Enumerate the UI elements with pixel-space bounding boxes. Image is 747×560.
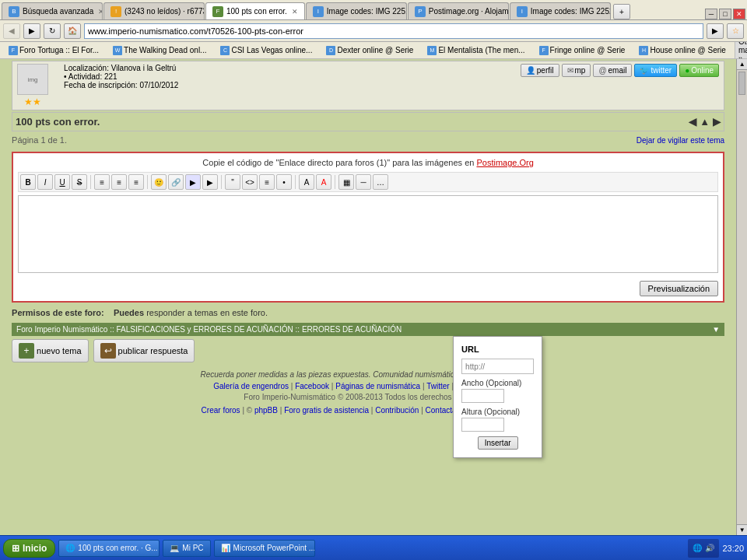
user-join: Fecha de inscripción: 07/10/2012 [64, 81, 505, 89]
bookmark-walkingdead[interactable]: W The Walking Dead onl... [107, 44, 212, 57]
footer-crear-link[interactable]: Crear foros [202, 406, 240, 415]
new-tab-btn[interactable]: + [613, 4, 630, 19]
reply-area: Copie el código de "Enlace directo para … [12, 152, 724, 303]
toolbar-table[interactable]: ▦ [338, 174, 354, 190]
toolbar-quote[interactable]: " [225, 174, 240, 190]
taskbar-window-powerpoint[interactable]: 📊 Microsoft PowerPoint ... [214, 540, 315, 557]
scrollbar: ▲ ▼ [736, 59, 747, 535]
taskbar-window-browser[interactable]: 🌐 100 pts con error. · G... [58, 540, 160, 557]
star-btn[interactable]: ☆ [727, 23, 744, 39]
tab-100pts[interactable]: F 100 pts con error. ✕ [205, 2, 305, 19]
scrollbar-up-btn[interactable]: ▲ [737, 59, 747, 70]
footer-facebook-link[interactable]: Facebook [295, 382, 329, 390]
publicar-respuesta-btn[interactable]: ↩ publicar respuesta [93, 339, 195, 362]
toolbar-link[interactable]: 🔗 [168, 174, 184, 190]
toolbar-italic[interactable]: I [37, 174, 53, 190]
toolbar-align-center[interactable]: ≡ [111, 174, 127, 190]
tab-icon-100pts: F [212, 6, 223, 17]
tab-close-100pts[interactable]: ✕ [292, 8, 298, 16]
bookmark-mentalista[interactable]: M El Mentalista (The men... [422, 44, 530, 57]
start-button[interactable]: ⊞ Inicio [3, 539, 55, 558]
footer-asistencia-link[interactable]: Foro gratis de asistencia [284, 406, 369, 415]
insert-btn[interactable]: Insertar [478, 436, 518, 450]
url-input[interactable] [461, 359, 534, 374]
toolbar-bold[interactable]: B [20, 174, 36, 190]
bookmark-fringe[interactable]: F Fringe online @ Serie [534, 44, 631, 57]
home-btn[interactable]: 🏠 [64, 23, 81, 39]
footer-paginas-link[interactable]: Páginas de numismática [335, 382, 420, 390]
url-height-input[interactable] [461, 418, 504, 432]
footer-twitter-link[interactable]: Twitter [426, 382, 449, 390]
toolbar-align-left[interactable]: ≡ [94, 174, 110, 190]
preview-btn[interactable]: Previsualización [640, 281, 718, 296]
address-bar[interactable] [84, 23, 703, 39]
breadcrumb-link-2[interactable]: FALSIFICACIONES y ERRORES DE ACUÑACIÓN [116, 325, 293, 334]
tab-img2252[interactable]: I Image codes: IMG 2252 ✕ [510, 2, 611, 19]
toolbar-img[interactable]: ▶ [185, 174, 201, 190]
footer-phpbb-link[interactable]: phpBB [254, 406, 278, 415]
nav-bar: ◀ ▶ ↻ 🏠 ▶ ☆ [0, 20, 747, 42]
toolbar-list[interactable]: ≡ [259, 174, 275, 190]
breadcrumb-collapse-btn[interactable]: ▼ [712, 325, 720, 334]
post-nav-next[interactable]: ▶ [713, 116, 721, 128]
toolbar-color[interactable]: A [316, 174, 331, 190]
post-nav-prev[interactable]: ◀ [689, 116, 696, 128]
toolbar-video[interactable]: ▶ [202, 174, 218, 190]
bookmark-csi[interactable]: C CSI Las Vegas online... [215, 44, 317, 57]
taskbar-window-mypc[interactable]: 💻 Mi PC [163, 540, 210, 557]
scrollbar-thumb[interactable] [738, 72, 745, 95]
postimage-link[interactable]: Postimage.Org [476, 158, 533, 167]
tab-postimage[interactable]: P Postimage.org · Alojamient... ✕ [408, 2, 509, 19]
user-action-btns: 👤 perfil ✉ mp @ email 🐦 twitter ● Onli [521, 64, 719, 77]
twitter-btn[interactable]: 🐦 twitter [634, 64, 677, 77]
post-nav-up[interactable]: ▲ [700, 116, 710, 128]
user-avatar-area: img ★★ [17, 64, 48, 107]
post-title-bar: 100 pts con error. ◀ ▲ ▶ [12, 112, 724, 131]
scrollbar-down-btn[interactable]: ▼ [737, 524, 747, 535]
toolbar-align-right[interactable]: ≡ [128, 174, 144, 190]
footer-galeria-link[interactable]: Galería de engendros [213, 382, 289, 390]
user-stars: ★★ [24, 96, 41, 107]
toolbar-more[interactable]: … [373, 174, 388, 190]
toolbar-underline[interactable]: U [54, 174, 70, 190]
nuevo-tema-icon: + [19, 343, 34, 359]
tab-busqueda[interactable]: B Búsqueda avanzada ✕ [2, 2, 103, 19]
toolbar-hr[interactable]: ─ [356, 174, 371, 190]
bookmark-tortuga[interactable]: F Foro Tortuga :: El For... [3, 44, 104, 57]
forward-btn[interactable]: ▶ [23, 23, 40, 39]
perfil-btn[interactable]: 👤 perfil [521, 64, 559, 77]
toolbar-smiley[interactable]: 🙂 [151, 174, 167, 190]
watch-link[interactable]: Dejar de vigilar este tema [637, 136, 724, 145]
mp-btn[interactable]: ✉ mp [562, 64, 591, 77]
toolbar-sep4 [295, 175, 296, 189]
toolbar-strike[interactable]: S [72, 174, 87, 190]
bookmarks-more[interactable]: Otros marcadores » [735, 42, 747, 59]
reload-btn[interactable]: ↻ [44, 23, 61, 39]
go-btn[interactable]: ▶ [707, 23, 724, 39]
action-buttons-row: + nuevo tema ↩ publicar respuesta [12, 336, 724, 366]
breadcrumb-link-1[interactable]: Foro Imperio Numismático [16, 325, 107, 334]
tab-r677378[interactable]: ! (3243 no leídos) · r677378... ✕ [103, 2, 205, 19]
editor-textarea[interactable] [18, 195, 718, 273]
maximize-btn[interactable]: □ [719, 9, 731, 19]
breadcrumb-link-3[interactable]: ERRORES DE ACUÑACIÓN [302, 325, 402, 334]
back-btn[interactable]: ◀ [3, 23, 20, 39]
online-btn[interactable]: ● Online [679, 64, 719, 77]
close-btn[interactable]: ✕ [733, 9, 745, 19]
url-width-input[interactable] [461, 389, 504, 403]
clock: 23:20 [722, 544, 744, 553]
bookmark-dexter[interactable]: D Dexter online @ Serie [321, 44, 419, 57]
footer-contribucion-link[interactable]: Contribución [375, 406, 419, 415]
footer-area: Recuerda poner medidas a las piezas expu… [12, 366, 724, 416]
toolbar-code[interactable]: <> [242, 174, 258, 190]
bookmark-icon-csi: C [220, 46, 230, 55]
tab-img2251[interactable]: I Image codes: IMG 2251 ✕ [306, 2, 407, 19]
bookmark-house[interactable]: H House online @ Serie [633, 44, 731, 57]
nuevo-tema-btn[interactable]: + nuevo tema [12, 339, 88, 362]
editor-toolbar: B I U S ≡ ≡ ≡ 🙂 🔗 ▶ ▶ " [18, 172, 718, 192]
tab-close-busqueda[interactable]: ✕ [98, 8, 103, 16]
minimize-btn[interactable]: ─ [705, 9, 717, 19]
toolbar-font[interactable]: A [299, 174, 314, 190]
email-btn[interactable]: @ email [593, 64, 632, 77]
toolbar-list2[interactable]: • [276, 174, 292, 190]
